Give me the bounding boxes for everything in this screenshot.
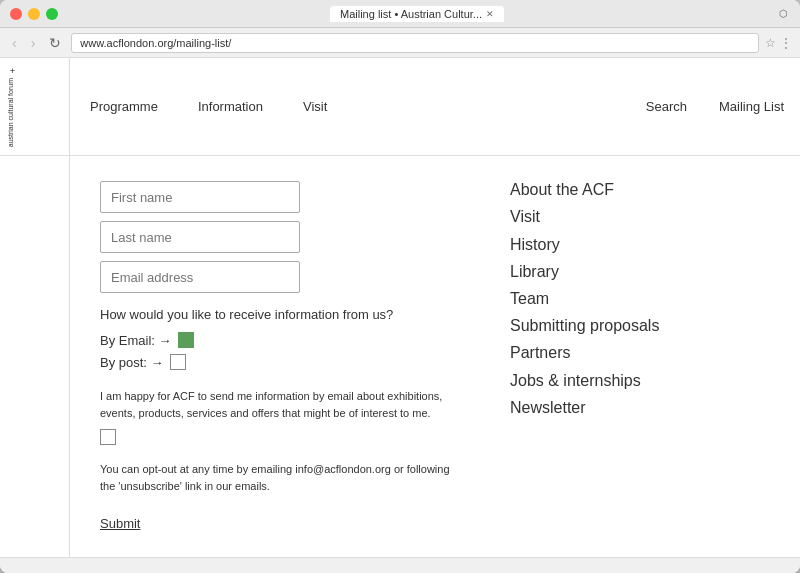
- nav-right: Search Mailing List: [630, 85, 800, 128]
- form-question: How would you like to receive informatio…: [100, 307, 460, 322]
- close-button[interactable]: [10, 8, 22, 20]
- right-sidebar-menu: About the ACF Visit History Library Team…: [490, 156, 710, 557]
- site-footer: Austrian Cultural Forum London 28 Rutlan…: [0, 557, 800, 573]
- address-bar: ‹ › ↻ ☆ ⋮: [0, 28, 800, 58]
- address-bar-icons: ☆ ⋮: [765, 36, 792, 50]
- back-button[interactable]: ‹: [8, 33, 21, 53]
- menu-item-team[interactable]: Team: [510, 285, 690, 312]
- browser-tab[interactable]: Mailing list • Austrian Cultur... ✕: [330, 6, 504, 22]
- reload-button[interactable]: ↻: [45, 33, 65, 53]
- tab-title: Mailing list • Austrian Cultur...: [340, 8, 482, 20]
- forward-button[interactable]: ›: [27, 33, 40, 53]
- window-share-icon[interactable]: ⬡: [776, 7, 790, 21]
- nav-search[interactable]: Search: [630, 85, 703, 128]
- main-form: How would you like to receive informatio…: [70, 156, 490, 557]
- post-checkbox[interactable]: [170, 354, 186, 370]
- email-input[interactable]: [100, 261, 300, 293]
- by-email-label: By Email: →: [100, 333, 172, 348]
- nav-programme[interactable]: Programme: [70, 85, 178, 128]
- site-logo[interactable]: + austrian cultural forum: [0, 58, 70, 155]
- menu-item-newsletter[interactable]: Newsletter: [510, 394, 690, 421]
- logo-plus: +: [10, 66, 15, 76]
- by-post-label: By post: →: [100, 355, 164, 370]
- menu-item-jobs[interactable]: Jobs & internships: [510, 367, 690, 394]
- menu-item-proposals[interactable]: Submitting proposals: [510, 312, 690, 339]
- bookmark-icon[interactable]: ☆: [765, 36, 776, 50]
- by-email-row: By Email: →: [100, 332, 460, 348]
- menu-item-partners[interactable]: Partners: [510, 339, 690, 366]
- nav-mailing-list[interactable]: Mailing List: [703, 85, 800, 128]
- consent-text: I am happy for ACF to send me informatio…: [100, 388, 460, 421]
- menu-item-visit[interactable]: Visit: [510, 203, 690, 230]
- opt-out-text: You can opt-out at any time by emailing …: [100, 461, 460, 494]
- tab-area: Mailing list • Austrian Cultur... ✕: [58, 6, 776, 22]
- nav-information[interactable]: Information: [178, 85, 283, 128]
- menu-item-history[interactable]: History: [510, 231, 690, 258]
- tab-close-icon[interactable]: ✕: [486, 9, 494, 19]
- menu-item-library[interactable]: Library: [510, 258, 690, 285]
- logo-text: austrian cultural forum: [6, 78, 15, 147]
- window-controls: ⬡: [776, 7, 790, 21]
- minimize-button[interactable]: [28, 8, 40, 20]
- nav-visit[interactable]: Visit: [283, 85, 347, 128]
- consent-checkbox[interactable]: [100, 429, 116, 445]
- first-name-input[interactable]: [100, 181, 300, 213]
- site-header: + austrian cultural forum Programme Info…: [0, 58, 800, 156]
- url-input[interactable]: [71, 33, 759, 53]
- title-bar: Mailing list • Austrian Cultur... ✕ ⬡: [0, 0, 800, 28]
- email-checkbox[interactable]: [178, 332, 194, 348]
- main-nav: Programme Information Visit Search Maili…: [70, 58, 800, 155]
- consent-checkbox-row[interactable]: [100, 429, 460, 449]
- content-area: How would you like to receive informatio…: [0, 156, 800, 557]
- page: + austrian cultural forum Programme Info…: [0, 58, 800, 573]
- menu-icon[interactable]: ⋮: [780, 36, 792, 50]
- maximize-button[interactable]: [46, 8, 58, 20]
- menu-item-about[interactable]: About the ACF: [510, 176, 690, 203]
- traffic-lights: [10, 8, 58, 20]
- last-name-input[interactable]: [100, 221, 300, 253]
- left-sidebar: [0, 156, 70, 557]
- submit-button[interactable]: Submit: [100, 516, 140, 531]
- by-post-row: By post: →: [100, 354, 460, 370]
